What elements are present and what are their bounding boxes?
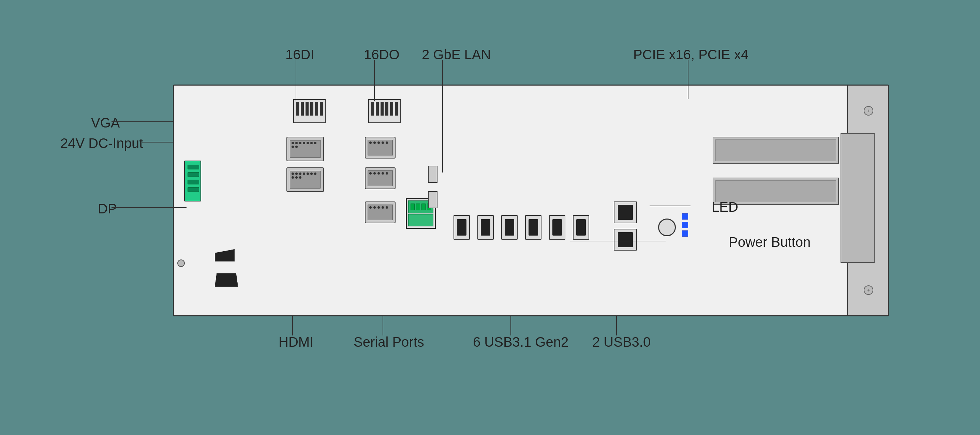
usb31-port-2: [477, 215, 494, 240]
dc-pin: [188, 172, 199, 177]
dp-port: [215, 249, 235, 262]
vga-connector-top: [286, 137, 324, 161]
pcie-x16-slot: [713, 137, 839, 164]
dc-pin: [188, 187, 199, 192]
device-panel: [173, 84, 889, 316]
led-group: [682, 213, 688, 237]
usb31-port-5: [549, 215, 565, 240]
serial-db9-1: [365, 137, 396, 159]
di-connector: [293, 99, 326, 123]
main-container: VGA 24V DC-Input DP 16DI 16DO 2 GbE LAN …: [81, 30, 899, 405]
led-indicator-2: [682, 222, 688, 228]
dc-pin: [188, 165, 199, 170]
lan-indicator-1: [428, 166, 438, 183]
do-connector: [368, 99, 401, 123]
pcie-bracket: [840, 133, 875, 263]
usb31-port-4: [525, 215, 541, 240]
screw-top: [864, 106, 873, 116]
vga-connector-bottom: [286, 167, 324, 192]
usb30-port-1: [614, 202, 637, 223]
usb31-port-6: [573, 215, 589, 240]
dc-pin: [188, 179, 199, 184]
usb30-port-2: [614, 229, 637, 251]
power-button[interactable]: [658, 219, 676, 236]
serial-db9-2: [365, 167, 396, 189]
panel-hole-left: [177, 259, 185, 267]
serial-db9-3: [365, 202, 396, 223]
hdmi-port: [215, 273, 238, 287]
lan-indicator-2: [428, 191, 438, 208]
led-indicator-1: [682, 213, 688, 219]
screw-bottom: [864, 285, 873, 295]
usb31-port-3: [501, 215, 518, 240]
dc-input-connector: [184, 160, 201, 202]
led-indicator-3: [682, 230, 688, 237]
usb31-port-1: [453, 215, 470, 240]
